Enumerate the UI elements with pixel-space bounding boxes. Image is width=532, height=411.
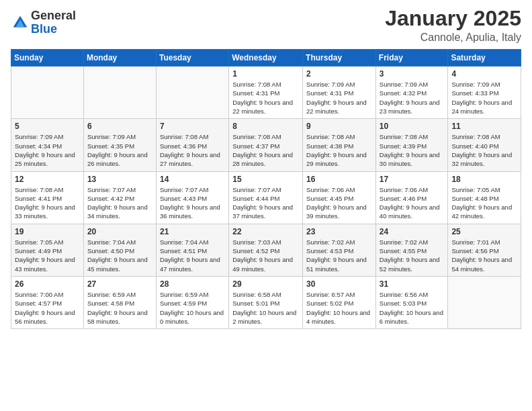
- calendar-cell: 28Sunrise: 6:59 AM Sunset: 4:59 PM Dayli…: [156, 276, 228, 328]
- day-number: 12: [15, 175, 80, 184]
- header: General Blue January 2025 Cannole, Apuli…: [11, 7, 521, 44]
- day-number: 14: [160, 175, 225, 184]
- logo-blue: Blue: [31, 23, 76, 36]
- day-number: 11: [451, 122, 517, 131]
- calendar-cell: 19Sunrise: 7:05 AM Sunset: 4:49 PM Dayli…: [11, 224, 84, 276]
- day-number: 6: [87, 122, 152, 131]
- page: General Blue January 2025 Cannole, Apuli…: [0, 0, 532, 411]
- day-info: Sunrise: 7:08 AM Sunset: 4:36 PM Dayligh…: [160, 132, 225, 168]
- calendar-cell: 27Sunrise: 6:59 AM Sunset: 4:58 PM Dayli…: [83, 276, 156, 328]
- day-number: 28: [160, 279, 225, 289]
- day-info: Sunrise: 6:59 AM Sunset: 4:58 PM Dayligh…: [87, 290, 152, 326]
- calendar-cell: 13Sunrise: 7:07 AM Sunset: 4:42 PM Dayli…: [83, 171, 156, 224]
- day-number: 24: [380, 227, 445, 236]
- weekday-header: Monday: [83, 50, 156, 66]
- day-info: Sunrise: 7:02 AM Sunset: 4:55 PM Dayligh…: [380, 238, 445, 273]
- calendar-cell: 23Sunrise: 7:02 AM Sunset: 4:53 PM Dayli…: [303, 224, 376, 276]
- day-number: 13: [87, 175, 152, 184]
- day-number: 16: [306, 175, 372, 184]
- calendar-cell: 21Sunrise: 7:04 AM Sunset: 4:51 PM Dayli…: [156, 224, 228, 276]
- title-block: January 2025 Cannole, Apulia, Italy: [385, 7, 521, 44]
- calendar-cell: 7Sunrise: 7:08 AM Sunset: 4:36 PM Daylig…: [156, 119, 228, 171]
- day-number: 31: [380, 279, 445, 289]
- day-info: Sunrise: 6:59 AM Sunset: 4:59 PM Dayligh…: [160, 290, 225, 326]
- day-number: 17: [380, 175, 445, 184]
- calendar-cell: 24Sunrise: 7:02 AM Sunset: 4:55 PM Dayli…: [375, 224, 448, 276]
- day-number: 8: [232, 122, 299, 131]
- calendar-cell: 12Sunrise: 7:08 AM Sunset: 4:41 PM Dayli…: [11, 171, 84, 224]
- calendar-cell: 10Sunrise: 7:08 AM Sunset: 4:39 PM Dayli…: [375, 119, 448, 171]
- calendar-week-row: 26Sunrise: 7:00 AM Sunset: 4:57 PM Dayli…: [11, 276, 521, 328]
- calendar-cell: [11, 66, 84, 119]
- day-info: Sunrise: 7:08 AM Sunset: 4:31 PM Dayligh…: [232, 80, 299, 116]
- day-number: 25: [451, 227, 517, 236]
- day-number: 29: [232, 279, 299, 289]
- calendar-cell: 3Sunrise: 7:09 AM Sunset: 4:32 PM Daylig…: [375, 66, 448, 119]
- logo-general: General: [31, 9, 76, 23]
- calendar-week-row: 5Sunrise: 7:09 AM Sunset: 4:34 PM Daylig…: [11, 119, 521, 171]
- day-info: Sunrise: 7:04 AM Sunset: 4:51 PM Dayligh…: [160, 238, 225, 273]
- calendar-cell: 25Sunrise: 7:01 AM Sunset: 4:56 PM Dayli…: [448, 224, 521, 276]
- calendar-cell: [156, 66, 228, 119]
- day-number: 23: [306, 227, 372, 236]
- day-number: 15: [232, 175, 299, 184]
- weekday-header: Saturday: [448, 50, 521, 66]
- calendar-cell: 15Sunrise: 7:07 AM Sunset: 4:44 PM Dayli…: [229, 171, 303, 224]
- day-number: 18: [451, 175, 517, 184]
- day-number: 5: [15, 122, 80, 131]
- day-info: Sunrise: 7:09 AM Sunset: 4:32 PM Dayligh…: [380, 80, 445, 116]
- day-number: 20: [87, 227, 152, 236]
- day-info: Sunrise: 7:08 AM Sunset: 4:39 PM Dayligh…: [380, 132, 445, 168]
- day-info: Sunrise: 7:02 AM Sunset: 4:53 PM Dayligh…: [306, 238, 372, 273]
- day-number: 26: [15, 279, 80, 289]
- weekday-header: Friday: [375, 50, 448, 66]
- day-info: Sunrise: 7:01 AM Sunset: 4:56 PM Dayligh…: [451, 238, 517, 273]
- day-info: Sunrise: 7:09 AM Sunset: 4:35 PM Dayligh…: [87, 132, 152, 168]
- day-info: Sunrise: 6:57 AM Sunset: 5:02 PM Dayligh…: [306, 290, 372, 326]
- day-number: 27: [87, 279, 152, 289]
- weekday-header: Wednesday: [229, 50, 303, 66]
- calendar-cell: 31Sunrise: 6:56 AM Sunset: 5:03 PM Dayli…: [375, 276, 448, 328]
- calendar-cell: 30Sunrise: 6:57 AM Sunset: 5:02 PM Dayli…: [303, 276, 376, 328]
- calendar-cell: [83, 66, 156, 119]
- day-number: 3: [380, 69, 445, 79]
- weekday-header: Sunday: [11, 50, 84, 66]
- location-title: Cannole, Apulia, Italy: [385, 32, 521, 44]
- day-number: 21: [160, 227, 225, 236]
- day-info: Sunrise: 7:09 AM Sunset: 4:31 PM Dayligh…: [306, 80, 372, 116]
- calendar-cell: 22Sunrise: 7:03 AM Sunset: 4:52 PM Dayli…: [229, 224, 303, 276]
- calendar-cell: 20Sunrise: 7:04 AM Sunset: 4:50 PM Dayli…: [83, 224, 156, 276]
- day-number: 10: [380, 122, 445, 131]
- calendar-cell: 9Sunrise: 7:08 AM Sunset: 4:38 PM Daylig…: [303, 119, 376, 171]
- day-number: 2: [306, 69, 372, 79]
- calendar: SundayMondayTuesdayWednesdayThursdayFrid…: [11, 49, 521, 329]
- calendar-cell: 17Sunrise: 7:06 AM Sunset: 4:46 PM Dayli…: [375, 171, 448, 224]
- day-info: Sunrise: 7:06 AM Sunset: 4:45 PM Dayligh…: [306, 185, 372, 221]
- day-info: Sunrise: 7:07 AM Sunset: 4:44 PM Dayligh…: [232, 185, 299, 221]
- calendar-cell: 29Sunrise: 6:58 AM Sunset: 5:01 PM Dayli…: [229, 276, 303, 328]
- day-number: 1: [232, 69, 299, 79]
- calendar-week-row: 19Sunrise: 7:05 AM Sunset: 4:49 PM Dayli…: [11, 224, 521, 276]
- calendar-cell: 16Sunrise: 7:06 AM Sunset: 4:45 PM Dayli…: [303, 171, 376, 224]
- day-info: Sunrise: 7:03 AM Sunset: 4:52 PM Dayligh…: [232, 238, 299, 273]
- day-info: Sunrise: 7:07 AM Sunset: 4:43 PM Dayligh…: [160, 185, 225, 221]
- day-info: Sunrise: 7:07 AM Sunset: 4:42 PM Dayligh…: [87, 185, 152, 221]
- day-info: Sunrise: 7:04 AM Sunset: 4:50 PM Dayligh…: [87, 238, 152, 273]
- weekday-header: Tuesday: [156, 50, 228, 66]
- day-info: Sunrise: 7:09 AM Sunset: 4:33 PM Dayligh…: [451, 80, 517, 116]
- logo-text: General Blue: [31, 9, 76, 36]
- day-number: 7: [160, 122, 225, 131]
- month-title: January 2025: [385, 7, 521, 30]
- day-number: 19: [15, 227, 80, 236]
- day-info: Sunrise: 7:08 AM Sunset: 4:41 PM Dayligh…: [15, 185, 80, 221]
- calendar-cell: 26Sunrise: 7:00 AM Sunset: 4:57 PM Dayli…: [11, 276, 84, 328]
- logo: General Blue: [11, 9, 76, 36]
- day-info: Sunrise: 6:58 AM Sunset: 5:01 PM Dayligh…: [232, 290, 299, 326]
- calendar-cell: 14Sunrise: 7:07 AM Sunset: 4:43 PM Dayli…: [156, 171, 228, 224]
- calendar-cell: [448, 276, 521, 328]
- weekday-header-row: SundayMondayTuesdayWednesdayThursdayFrid…: [11, 50, 521, 66]
- day-info: Sunrise: 6:56 AM Sunset: 5:03 PM Dayligh…: [380, 290, 445, 326]
- day-number: 4: [451, 69, 517, 79]
- day-number: 30: [306, 279, 372, 289]
- logo-icon: [11, 13, 30, 32]
